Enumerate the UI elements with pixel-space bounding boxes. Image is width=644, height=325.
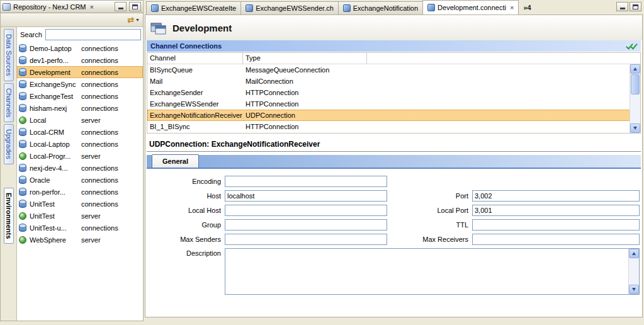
tree-item[interactable]: WebSphere server [17, 234, 143, 246]
group-input[interactable] [225, 219, 387, 231]
table-row[interactable]: BI_1_BISync HTTPConnection [147, 121, 640, 132]
search-input[interactable] [45, 29, 141, 40]
tree-item[interactable]: Local-Progr... server [17, 150, 143, 162]
database-icon [19, 188, 26, 196]
maximize-view-button[interactable] [129, 2, 141, 11]
tree-item-name: Local [30, 117, 81, 124]
editor-tab[interactable]: ExchangeEWSCreateIte × [146, 1, 241, 14]
table-row[interactable]: ExchangeSender HTTPConnection [147, 87, 640, 98]
local-host-input[interactable] [225, 205, 387, 216]
field-label-right: Max Receivers [391, 236, 468, 243]
editor-tab[interactable]: ExchangeEWSSender.ch × [240, 1, 339, 14]
link-with-editor-button[interactable]: ⇄ [127, 16, 134, 24]
search-label: Search [20, 31, 42, 38]
local-port-input[interactable] [472, 205, 640, 216]
database-icon [19, 140, 26, 148]
cell-type: HTTPConnection [243, 89, 367, 96]
table-scrollbar[interactable] [630, 64, 640, 133]
database-icon [19, 69, 26, 76]
editor-tab-label: ExchangeEWSCreateIte [161, 4, 236, 12]
max-senders-input[interactable] [225, 234, 387, 245]
tree-item[interactable]: Local server [17, 114, 143, 126]
tree-item-type: connections [81, 188, 118, 196]
tree-item-type: connections [81, 164, 118, 172]
scroll-down-icon[interactable] [629, 285, 639, 294]
tree-item[interactable]: Local-Laptop connections [17, 138, 143, 150]
tree-item-name: ExchangeTest [30, 93, 81, 100]
scroll-up-icon[interactable] [630, 64, 640, 74]
globe-icon [19, 152, 26, 160]
description-textarea[interactable] [225, 249, 628, 294]
section-title: Channel Connections [150, 42, 626, 50]
tree-item[interactable]: ExchangeSync connections [17, 78, 143, 90]
table-row[interactable]: BISyncQueue MessageQueueConnection [147, 64, 640, 76]
editor-area: ExchangeEWSCreateIte × ExchangeEWSSender… [145, 0, 644, 321]
tree-item-name: Development [30, 69, 81, 76]
tree-item-name: UnitTest [30, 212, 81, 220]
max-receivers-input[interactable] [472, 234, 640, 245]
side-tab[interactable]: Upgrades [4, 124, 14, 164]
port-input[interactable] [472, 190, 640, 202]
scrollbar-thumb[interactable] [631, 74, 640, 94]
minimize-view-button[interactable] [115, 2, 127, 11]
ttl-input[interactable] [472, 219, 640, 231]
cell-type: MessageQueueConnection [243, 66, 367, 74]
tree-item[interactable]: Oracle connections [17, 174, 143, 186]
side-tab[interactable]: Channels [4, 83, 14, 122]
cell-channel: ExchangeSender [147, 89, 243, 96]
tab-general[interactable]: General [152, 154, 199, 168]
side-tab[interactable]: Data Sources [4, 29, 14, 81]
minimize-icon [118, 8, 123, 9]
database-icon [19, 93, 26, 100]
tree-item[interactable]: UnitTest server [17, 210, 143, 222]
table-row[interactable]: ExchangeNotificationReceiver UDPConnecti… [147, 110, 640, 121]
database-icon [19, 105, 26, 112]
tab-overflow-chevron[interactable]: »4 [523, 4, 531, 11]
database-icon [19, 81, 26, 88]
tree-item[interactable]: UnitTest-u... connections [17, 222, 143, 234]
channel-table-body: BISyncQueue MessageQueueConnection Mail … [147, 64, 640, 133]
repository-view-titlebar: Repository - NexJ CRM × [0, 0, 144, 13]
table-row[interactable]: ExchangeEWSSender HTTPConnection [147, 98, 640, 110]
side-tab-label: Channels [5, 88, 13, 117]
description-scrollbar[interactable] [628, 249, 639, 294]
tree-item[interactable]: Demo-Laptop connections [17, 42, 143, 54]
editor-tab[interactable]: Development.connecti × [422, 0, 519, 14]
column-header-channel[interactable]: Channel [147, 53, 243, 64]
minimize-editor-button[interactable] [616, 2, 628, 11]
maximize-editor-button[interactable] [630, 2, 641, 11]
host-input[interactable] [225, 190, 387, 202]
close-icon[interactable]: × [89, 3, 95, 11]
cell-channel: ExchangeEWSSender [147, 100, 243, 108]
encoding-input[interactable] [225, 176, 387, 187]
side-tab[interactable]: Environments [4, 188, 14, 244]
column-header-type[interactable]: Type [243, 53, 367, 64]
table-row[interactable]: Mail MailConnection [147, 76, 640, 87]
database-icon [19, 176, 26, 184]
tree-item[interactable]: dev1-perfo... connections [17, 54, 143, 66]
cell-type: HTTPConnection [243, 100, 367, 108]
scrollbar-track[interactable] [630, 95, 640, 123]
encoding-label: Encoding [147, 178, 221, 185]
scroll-up-icon[interactable] [629, 249, 639, 258]
tree-item-type: connections [81, 93, 118, 100]
tree-item[interactable]: Local-CRM connections [17, 126, 143, 138]
tree-item[interactable]: hisham-nexj connections [17, 102, 143, 114]
tree-item[interactable]: nexj-dev-4... connections [17, 162, 143, 174]
tab-close-icon[interactable]: × [510, 4, 514, 11]
scroll-down-icon[interactable] [630, 123, 640, 133]
view-menu-icon[interactable]: ▼ [135, 18, 140, 22]
editor-tab[interactable]: ExchangeNotification × [338, 1, 423, 14]
tree-item[interactable]: ExchangeTest connections [17, 90, 143, 102]
column-header-empty [367, 53, 640, 64]
tree-item-type: connections [81, 224, 118, 232]
tree-item[interactable]: UnitTest connections [17, 198, 143, 210]
editor-file-icon [427, 4, 435, 11]
cell-channel: ExchangeNotificationReceiver [147, 111, 243, 119]
database-icon [19, 57, 26, 64]
tree-item-type: server [81, 152, 101, 160]
editor-window-buttons [616, 2, 641, 11]
tree-item[interactable]: Development connections [17, 66, 143, 78]
database-icon [19, 224, 26, 232]
tree-item[interactable]: ron-perfor... connections [17, 186, 143, 198]
